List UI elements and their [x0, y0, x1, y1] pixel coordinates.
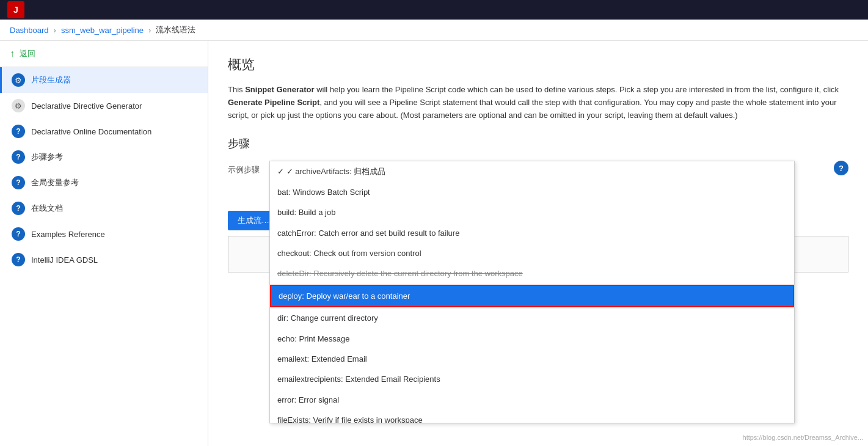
sidebar-item-examples-reference[interactable]: ?Examples Reference: [0, 221, 208, 247]
breadcrumb-sep-2: ›: [148, 26, 151, 35]
gear-icon-0: ⚙: [12, 73, 25, 87]
sidebar-item-global-var-reference[interactable]: ?全局变量参考: [0, 170, 208, 196]
question-icon-2: ?: [12, 125, 25, 138]
question-icon-5: ?: [12, 202, 25, 215]
sidebar-item-declarative-directive[interactable]: ⚙Declarative Directive Generator: [0, 93, 208, 119]
back-arrow-icon: ↑: [10, 48, 15, 59]
sidebar-label-online-docs: 在线文档: [31, 203, 63, 214]
sidebar-item-snippet-generator[interactable]: ⚙片段生成器: [0, 67, 208, 93]
sidebar-label-declarative-directive: Declarative Directive Generator: [31, 101, 142, 111]
breadcrumb: Dashboard › ssm_web_war_pipeline › 流水线语法: [0, 20, 868, 41]
overview-text: This Snippet Generator will help you lea…: [228, 84, 848, 122]
steps-help-icon[interactable]: ?: [834, 161, 848, 175]
steps-title: 步骤: [228, 136, 848, 151]
main-content: 概览 This Snippet Generator will help you …: [208, 41, 868, 446]
sidebar-label-declarative-online: Declarative Online Documentation: [31, 127, 151, 136]
sidebar-label-global-var-reference: 全局变量参考: [31, 177, 79, 188]
dropdown-item-fileExists[interactable]: fileExists: Verify if file exists in wor…: [270, 410, 794, 423]
breadcrumb-sep-1: ›: [54, 26, 56, 35]
dropdown-item-catchError[interactable]: catchError: Catch error and set build re…: [270, 223, 794, 243]
dropdown-item-emailextrecipients[interactable]: emailextrecipients: Extended Email Recip…: [270, 369, 794, 389]
question-icon-6: ?: [12, 227, 25, 241]
watermark: https://blog.csdn.net/Dreamss_Archive...: [743, 434, 863, 441]
sidebar-item-online-docs[interactable]: ?在线文档: [0, 196, 208, 221]
dropdown-item-build[interactable]: build: Build a job: [270, 202, 794, 222]
dropdown-item-archiveArtifacts[interactable]: ✓ archiveArtifacts: 归档成品: [270, 161, 794, 181]
dropdown-item-checkout[interactable]: checkout: Check out from version control: [270, 243, 794, 263]
sidebar-item-declarative-online[interactable]: ?Declarative Online Documentation: [0, 119, 208, 144]
sidebar: ↑ 返回 ⚙片段生成器⚙Declarative Directive Genera…: [0, 41, 208, 446]
question-icon-7: ?: [12, 253, 25, 266]
step-label: 示例步骤: [228, 161, 264, 175]
overview-bold-1: Snippet Generator: [245, 85, 314, 94]
steps-row: 示例步骤 ✓ archiveArtifacts: 归档成品bat: Window…: [228, 161, 848, 175]
breadcrumb-dashboard[interactable]: Dashboard: [10, 26, 49, 35]
question-icon-4: ?: [12, 176, 25, 189]
sidebar-back[interactable]: ↑ 返回: [0, 41, 208, 67]
sidebar-label-intellij-gdsl: IntelliJ IDEA GDSL: [31, 255, 98, 265]
breadcrumb-current: 流水线语法: [156, 24, 195, 35]
dropdown-item-deploy[interactable]: deploy: Deploy war/ear to a container: [270, 285, 794, 307]
sidebar-item-step-reference[interactable]: ?步骤参考: [0, 144, 208, 170]
page-title: 概览: [228, 56, 848, 74]
overview-bold-2: Generate Pipeline Script: [228, 98, 319, 107]
sidebar-label-snippet-generator: 片段生成器: [31, 75, 71, 86]
dropdown-item-emailext[interactable]: emailext: Extended Email: [270, 349, 794, 369]
dropdown-item-dir[interactable]: dir: Change current directory: [270, 308, 794, 328]
back-label: 返回: [20, 48, 35, 59]
dropdown-item-echo[interactable]: echo: Print Message: [270, 329, 794, 349]
sidebar-item-intellij-gdsl[interactable]: ?IntelliJ IDEA GDSL: [0, 247, 208, 272]
app-logo: J: [7, 1, 24, 18]
overview-text-3: , and you will see a Pipeline Script sta…: [228, 98, 837, 120]
top-bar: J: [0, 0, 868, 20]
dropdown-list[interactable]: ✓ archiveArtifacts: 归档成品bat: Windows Bat…: [269, 161, 795, 423]
dropdown-item-deleteDir[interactable]: deleteDir: Recursively delete the curren…: [270, 263, 794, 283]
dropdown-item-error[interactable]: error: Error signal: [270, 390, 794, 410]
sidebar-label-examples-reference: Examples Reference: [31, 230, 105, 239]
sidebar-label-step-reference: 步骤参考: [31, 152, 63, 163]
overview-text-2: will help you learn the Pipeline Script …: [315, 85, 839, 94]
breadcrumb-pipeline[interactable]: ssm_web_war_pipeline: [61, 26, 144, 35]
overview-text-1: This: [228, 85, 245, 94]
gear-icon-1: ⚙: [12, 99, 25, 112]
layout: ↑ 返回 ⚙片段生成器⚙Declarative Directive Genera…: [0, 41, 868, 446]
dropdown-item-bat[interactable]: bat: Windows Batch Script: [270, 182, 794, 202]
question-icon-3: ?: [12, 150, 25, 164]
